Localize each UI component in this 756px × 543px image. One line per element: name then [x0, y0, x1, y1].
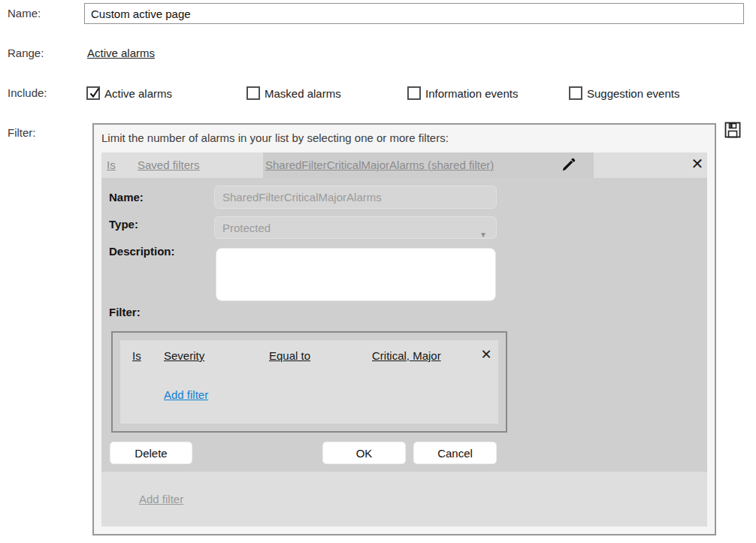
dropdown-arrow-icon: ▼: [479, 224, 487, 239]
tab-shared-filter[interactable]: SharedFilterCriticalMajorAlarms (shared …: [263, 152, 594, 178]
rule-field-link[interactable]: Severity: [164, 349, 204, 362]
editor-filter-label: Filter:: [109, 306, 141, 318]
rule-value-link[interactable]: Critical, Major: [372, 349, 441, 362]
editor-description-input[interactable]: [216, 248, 496, 301]
editor-type-dropdown: Protected ▼: [214, 216, 497, 239]
checkbox-active-alarms-label: Active alarms: [104, 87, 172, 100]
cancel-button[interactable]: Cancel: [413, 442, 497, 464]
ok-button[interactable]: OK: [322, 442, 406, 464]
filter-panel-instruction: Limit the number of alarms in your list …: [101, 131, 449, 144]
rule-operator-link[interactable]: Equal to: [269, 349, 310, 362]
shared-filter-editor: Name: SharedFilterCriticalMajorAlarms Ty…: [101, 178, 707, 472]
edit-pencil-icon[interactable]: [561, 156, 577, 173]
page-name-input[interactable]: [84, 3, 744, 24]
editor-type-label: Type:: [109, 218, 138, 231]
checkbox-information-events-label: Information events: [425, 87, 518, 100]
filter-rule-panel: Is Severity Equal to Critical, Major ✕ A…: [120, 340, 498, 424]
checkbox-suggestion-events-label: Suggestion events: [587, 87, 679, 100]
save-icon[interactable]: [724, 121, 742, 139]
tab-is[interactable]: Is: [107, 158, 116, 171]
rule-remove-icon[interactable]: ✕: [477, 346, 495, 364]
range-link[interactable]: Active alarms: [87, 47, 155, 59]
filter-panel: Limit the number of alarms in your list …: [92, 123, 716, 535]
tab-saved-filters[interactable]: Saved filters: [138, 158, 200, 171]
checkbox-suggestion-events[interactable]: [569, 86, 582, 100]
filter-label: Filter:: [8, 126, 36, 139]
editor-name-input: SharedFilterCriticalMajorAlarms: [214, 186, 497, 209]
checkbox-masked-alarms-label: Masked alarms: [265, 87, 341, 100]
tab-shared-filter-label: SharedFilterCriticalMajorAlarms (shared …: [265, 158, 494, 171]
range-label: Range:: [8, 47, 44, 59]
filter-rule-box: Is Severity Equal to Critical, Major ✕ A…: [111, 331, 507, 433]
add-filter-link-disabled[interactable]: Add filter: [139, 493, 183, 505]
editor-description-label: Description:: [109, 245, 175, 258]
checkbox-active-alarms[interactable]: [86, 86, 100, 100]
name-label: Name:: [8, 7, 41, 20]
checkbox-information-events[interactable]: [407, 86, 421, 100]
page: Name: Range: Active alarms Include: Acti…: [0, 0, 756, 543]
rule-prefix-link[interactable]: Is: [132, 349, 141, 362]
filter-close-icon[interactable]: ✕: [686, 155, 709, 176]
checkmark-icon: [88, 86, 101, 100]
editor-name-label: Name:: [109, 191, 144, 204]
checkbox-masked-alarms[interactable]: [246, 86, 260, 100]
editor-type-value: Protected: [222, 222, 271, 234]
include-label: Include:: [8, 86, 47, 99]
rule-add-filter-link[interactable]: Add filter: [164, 388, 208, 401]
filter-tab-row: Is Saved filters SharedFilterCriticalMaj…: [101, 152, 707, 178]
filter-list-footer: Add filter: [101, 472, 707, 526]
delete-button[interactable]: Delete: [110, 442, 192, 464]
